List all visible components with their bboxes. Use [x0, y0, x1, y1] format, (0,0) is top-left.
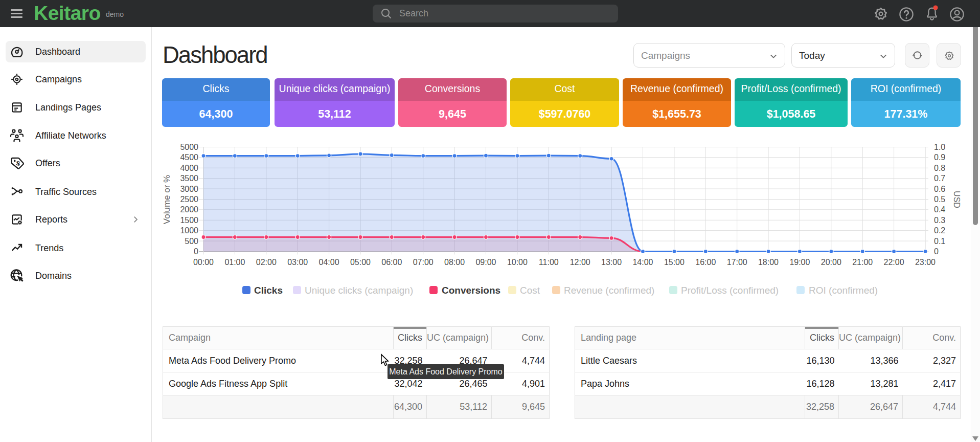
svg-text:2000: 2000	[180, 205, 198, 214]
svg-text:0.5: 0.5	[934, 195, 945, 204]
svg-text:0.8: 0.8	[934, 164, 945, 172]
svg-text:2500: 2500	[180, 195, 198, 204]
svg-text:0.2: 0.2	[934, 226, 945, 235]
svg-text:500: 500	[185, 237, 198, 246]
svg-text:04:00: 04:00	[319, 258, 339, 267]
svg-text:22:00: 22:00	[884, 258, 904, 267]
svg-text:20:00: 20:00	[821, 258, 841, 267]
svg-text:4000: 4000	[180, 164, 198, 172]
svg-text:0.6: 0.6	[934, 185, 945, 193]
svg-text:02:00: 02:00	[256, 258, 277, 267]
svg-text:0.1: 0.1	[934, 237, 945, 246]
svg-text:0.4: 0.4	[934, 205, 945, 214]
svg-text:08:00: 08:00	[444, 258, 465, 267]
svg-text:21:00: 21:00	[852, 258, 873, 267]
svg-text:1000: 1000	[180, 226, 198, 235]
svg-text:1500: 1500	[180, 216, 198, 225]
svg-text:07:00: 07:00	[413, 258, 434, 267]
svg-text:10:00: 10:00	[507, 258, 528, 267]
svg-text:USD: USD	[952, 191, 961, 208]
svg-text:0: 0	[934, 247, 939, 256]
svg-text:12:00: 12:00	[570, 258, 590, 267]
svg-text:23:00: 23:00	[915, 258, 936, 267]
svg-text:03:00: 03:00	[287, 258, 308, 267]
svg-text:06:00: 06:00	[381, 258, 402, 267]
svg-text:16:00: 16:00	[695, 258, 716, 267]
svg-text:3000: 3000	[180, 185, 198, 193]
svg-text:5000: 5000	[180, 143, 198, 151]
svg-text:15:00: 15:00	[664, 258, 685, 267]
svg-text:Volume or %: Volume or %	[162, 175, 172, 224]
svg-text:17:00: 17:00	[727, 258, 747, 267]
svg-text:00:00: 00:00	[193, 258, 214, 267]
svg-text:14:00: 14:00	[632, 258, 653, 267]
svg-text:19:00: 19:00	[789, 258, 810, 267]
svg-text:18:00: 18:00	[758, 258, 779, 267]
svg-text:0.3: 0.3	[934, 216, 945, 225]
svg-text:11:00: 11:00	[539, 258, 559, 267]
svg-text:13:00: 13:00	[601, 258, 622, 267]
svg-text:09:00: 09:00	[475, 258, 496, 267]
svg-text:1.0: 1.0	[934, 143, 945, 151]
svg-text:0.7: 0.7	[934, 174, 945, 183]
svg-text:0.9: 0.9	[934, 153, 945, 162]
svg-text:01:00: 01:00	[224, 258, 245, 267]
svg-text:05:00: 05:00	[350, 258, 371, 267]
svg-text:4500: 4500	[180, 153, 198, 162]
svg-text:3500: 3500	[180, 174, 198, 183]
svg-text:0: 0	[194, 247, 198, 256]
